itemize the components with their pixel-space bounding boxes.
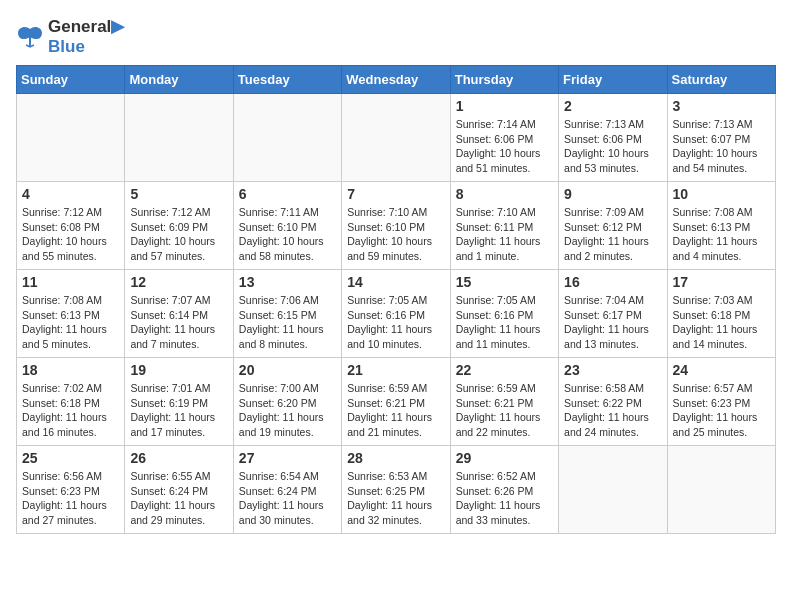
day-number: 9	[564, 186, 661, 202]
day-number: 27	[239, 450, 336, 466]
day-number: 22	[456, 362, 553, 378]
day-info: Sunrise: 7:09 AM Sunset: 6:12 PM Dayligh…	[564, 205, 661, 264]
calendar-cell: 4Sunrise: 7:12 AM Sunset: 6:08 PM Daylig…	[17, 182, 125, 270]
calendar-header-row: SundayMondayTuesdayWednesdayThursdayFrid…	[17, 66, 776, 94]
calendar-cell	[667, 446, 775, 534]
day-info: Sunrise: 6:54 AM Sunset: 6:24 PM Dayligh…	[239, 469, 336, 528]
day-info: Sunrise: 7:08 AM Sunset: 6:13 PM Dayligh…	[22, 293, 119, 352]
calendar-cell	[125, 94, 233, 182]
calendar-cell: 12Sunrise: 7:07 AM Sunset: 6:14 PM Dayli…	[125, 270, 233, 358]
calendar-cell: 6Sunrise: 7:11 AM Sunset: 6:10 PM Daylig…	[233, 182, 341, 270]
calendar-cell: 14Sunrise: 7:05 AM Sunset: 6:16 PM Dayli…	[342, 270, 450, 358]
day-number: 1	[456, 98, 553, 114]
day-number: 2	[564, 98, 661, 114]
day-number: 25	[22, 450, 119, 466]
day-number: 4	[22, 186, 119, 202]
calendar-cell: 28Sunrise: 6:53 AM Sunset: 6:25 PM Dayli…	[342, 446, 450, 534]
day-info: Sunrise: 7:14 AM Sunset: 6:06 PM Dayligh…	[456, 117, 553, 176]
day-of-week-header: Monday	[125, 66, 233, 94]
logo-text: General▶ Blue	[48, 16, 124, 57]
calendar-week-row: 11Sunrise: 7:08 AM Sunset: 6:13 PM Dayli…	[17, 270, 776, 358]
day-info: Sunrise: 7:08 AM Sunset: 6:13 PM Dayligh…	[673, 205, 770, 264]
day-of-week-header: Tuesday	[233, 66, 341, 94]
calendar-week-row: 25Sunrise: 6:56 AM Sunset: 6:23 PM Dayli…	[17, 446, 776, 534]
day-info: Sunrise: 7:13 AM Sunset: 6:07 PM Dayligh…	[673, 117, 770, 176]
calendar-cell: 22Sunrise: 6:59 AM Sunset: 6:21 PM Dayli…	[450, 358, 558, 446]
day-number: 6	[239, 186, 336, 202]
day-number: 26	[130, 450, 227, 466]
day-number: 3	[673, 98, 770, 114]
calendar-week-row: 18Sunrise: 7:02 AM Sunset: 6:18 PM Dayli…	[17, 358, 776, 446]
day-info: Sunrise: 7:06 AM Sunset: 6:15 PM Dayligh…	[239, 293, 336, 352]
calendar-cell: 26Sunrise: 6:55 AM Sunset: 6:24 PM Dayli…	[125, 446, 233, 534]
day-info: Sunrise: 6:59 AM Sunset: 6:21 PM Dayligh…	[347, 381, 444, 440]
calendar-cell: 24Sunrise: 6:57 AM Sunset: 6:23 PM Dayli…	[667, 358, 775, 446]
day-number: 7	[347, 186, 444, 202]
day-info: Sunrise: 7:11 AM Sunset: 6:10 PM Dayligh…	[239, 205, 336, 264]
day-number: 21	[347, 362, 444, 378]
day-info: Sunrise: 7:12 AM Sunset: 6:09 PM Dayligh…	[130, 205, 227, 264]
calendar-week-row: 1Sunrise: 7:14 AM Sunset: 6:06 PM Daylig…	[17, 94, 776, 182]
day-of-week-header: Sunday	[17, 66, 125, 94]
logo-bird-icon	[16, 25, 44, 49]
day-info: Sunrise: 7:01 AM Sunset: 6:19 PM Dayligh…	[130, 381, 227, 440]
day-info: Sunrise: 6:58 AM Sunset: 6:22 PM Dayligh…	[564, 381, 661, 440]
day-of-week-header: Thursday	[450, 66, 558, 94]
calendar-cell: 2Sunrise: 7:13 AM Sunset: 6:06 PM Daylig…	[559, 94, 667, 182]
day-number: 15	[456, 274, 553, 290]
calendar-cell: 1Sunrise: 7:14 AM Sunset: 6:06 PM Daylig…	[450, 94, 558, 182]
day-number: 5	[130, 186, 227, 202]
calendar-table: SundayMondayTuesdayWednesdayThursdayFrid…	[16, 65, 776, 534]
day-number: 11	[22, 274, 119, 290]
day-info: Sunrise: 7:05 AM Sunset: 6:16 PM Dayligh…	[347, 293, 444, 352]
calendar-cell: 25Sunrise: 6:56 AM Sunset: 6:23 PM Dayli…	[17, 446, 125, 534]
calendar-cell: 11Sunrise: 7:08 AM Sunset: 6:13 PM Dayli…	[17, 270, 125, 358]
calendar-cell: 27Sunrise: 6:54 AM Sunset: 6:24 PM Dayli…	[233, 446, 341, 534]
calendar-cell	[342, 94, 450, 182]
calendar-cell	[17, 94, 125, 182]
calendar-cell: 16Sunrise: 7:04 AM Sunset: 6:17 PM Dayli…	[559, 270, 667, 358]
calendar-cell: 9Sunrise: 7:09 AM Sunset: 6:12 PM Daylig…	[559, 182, 667, 270]
day-info: Sunrise: 6:52 AM Sunset: 6:26 PM Dayligh…	[456, 469, 553, 528]
logo: General▶ Blue	[16, 16, 124, 57]
day-info: Sunrise: 7:12 AM Sunset: 6:08 PM Dayligh…	[22, 205, 119, 264]
calendar-cell: 5Sunrise: 7:12 AM Sunset: 6:09 PM Daylig…	[125, 182, 233, 270]
calendar-cell: 10Sunrise: 7:08 AM Sunset: 6:13 PM Dayli…	[667, 182, 775, 270]
calendar-week-row: 4Sunrise: 7:12 AM Sunset: 6:08 PM Daylig…	[17, 182, 776, 270]
day-number: 28	[347, 450, 444, 466]
day-of-week-header: Saturday	[667, 66, 775, 94]
day-number: 10	[673, 186, 770, 202]
day-number: 16	[564, 274, 661, 290]
calendar-cell: 23Sunrise: 6:58 AM Sunset: 6:22 PM Dayli…	[559, 358, 667, 446]
page-header: General▶ Blue	[16, 16, 776, 57]
day-info: Sunrise: 7:00 AM Sunset: 6:20 PM Dayligh…	[239, 381, 336, 440]
day-info: Sunrise: 7:07 AM Sunset: 6:14 PM Dayligh…	[130, 293, 227, 352]
day-number: 18	[22, 362, 119, 378]
calendar-cell: 8Sunrise: 7:10 AM Sunset: 6:11 PM Daylig…	[450, 182, 558, 270]
calendar-cell: 3Sunrise: 7:13 AM Sunset: 6:07 PM Daylig…	[667, 94, 775, 182]
day-info: Sunrise: 7:10 AM Sunset: 6:11 PM Dayligh…	[456, 205, 553, 264]
day-number: 23	[564, 362, 661, 378]
day-info: Sunrise: 7:02 AM Sunset: 6:18 PM Dayligh…	[22, 381, 119, 440]
calendar-cell: 18Sunrise: 7:02 AM Sunset: 6:18 PM Dayli…	[17, 358, 125, 446]
day-info: Sunrise: 7:05 AM Sunset: 6:16 PM Dayligh…	[456, 293, 553, 352]
day-info: Sunrise: 7:10 AM Sunset: 6:10 PM Dayligh…	[347, 205, 444, 264]
calendar-cell: 21Sunrise: 6:59 AM Sunset: 6:21 PM Dayli…	[342, 358, 450, 446]
day-info: Sunrise: 6:56 AM Sunset: 6:23 PM Dayligh…	[22, 469, 119, 528]
calendar-cell: 29Sunrise: 6:52 AM Sunset: 6:26 PM Dayli…	[450, 446, 558, 534]
calendar-cell	[559, 446, 667, 534]
day-info: Sunrise: 6:53 AM Sunset: 6:25 PM Dayligh…	[347, 469, 444, 528]
calendar-cell: 15Sunrise: 7:05 AM Sunset: 6:16 PM Dayli…	[450, 270, 558, 358]
day-info: Sunrise: 7:04 AM Sunset: 6:17 PM Dayligh…	[564, 293, 661, 352]
day-of-week-header: Wednesday	[342, 66, 450, 94]
day-info: Sunrise: 7:03 AM Sunset: 6:18 PM Dayligh…	[673, 293, 770, 352]
calendar-cell	[233, 94, 341, 182]
day-number: 14	[347, 274, 444, 290]
day-number: 29	[456, 450, 553, 466]
calendar-cell: 13Sunrise: 7:06 AM Sunset: 6:15 PM Dayli…	[233, 270, 341, 358]
day-number: 13	[239, 274, 336, 290]
day-info: Sunrise: 7:13 AM Sunset: 6:06 PM Dayligh…	[564, 117, 661, 176]
day-info: Sunrise: 6:55 AM Sunset: 6:24 PM Dayligh…	[130, 469, 227, 528]
day-number: 17	[673, 274, 770, 290]
day-number: 20	[239, 362, 336, 378]
